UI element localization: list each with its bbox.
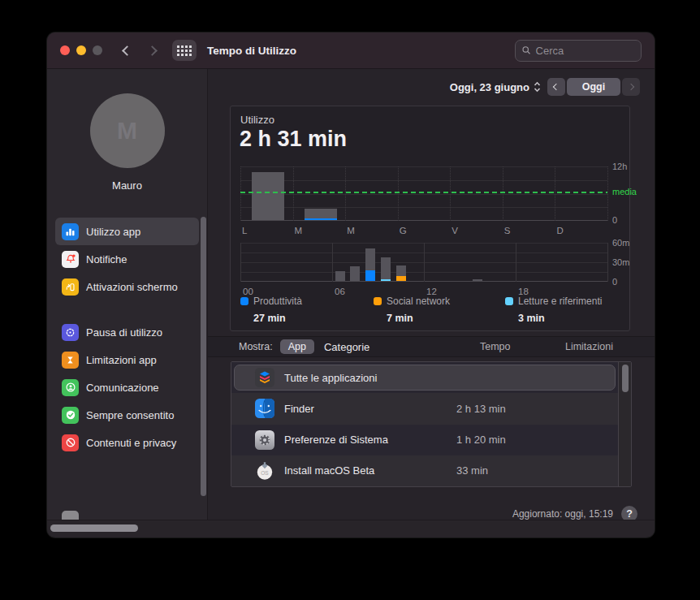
sidebar-group-gap xyxy=(55,300,199,318)
weekly-usage-bar[interactable] xyxy=(252,172,284,220)
chevron-right-icon xyxy=(628,84,634,90)
search-input[interactable] xyxy=(536,45,634,57)
minimize-window-button[interactable] xyxy=(76,45,86,55)
show-all-preferences-icon[interactable] xyxy=(172,40,197,61)
daily-usage-chart: 00061218 xyxy=(240,243,607,282)
weekly-usage-bar[interactable] xyxy=(305,209,337,220)
app-list-row[interactable]: Finder2 h 13 min xyxy=(231,393,618,424)
app-time: 1 h 20 min xyxy=(456,434,506,446)
list-scrollbar-track[interactable] xyxy=(618,362,631,486)
sidebar-item-label: Attivazioni schermo xyxy=(86,281,178,293)
previous-day-button[interactable] xyxy=(547,78,565,96)
pickups-icon xyxy=(62,278,79,296)
weekday-tick-label: V xyxy=(452,226,458,235)
titlebar: Tempo di Utilizzo xyxy=(47,32,655,69)
today-button[interactable]: Oggi xyxy=(567,78,620,96)
sidebar-item-pausa-di-utilizzo[interactable]: Pausa di utilizzo xyxy=(55,318,199,346)
hourly-bar-segment-altro xyxy=(335,271,345,281)
zoom-window-button[interactable] xyxy=(93,45,102,55)
usage-card: Utilizzo 2 h 31 min LMMGVSD 12h media 0 … xyxy=(230,106,630,331)
window-title: Tempo di Utilizzo xyxy=(207,45,296,57)
sidebar: M Mauro Utilizzo appNotificheAttivazioni… xyxy=(47,69,208,520)
legend-value: 7 min xyxy=(387,313,505,324)
forward-icon[interactable] xyxy=(147,45,158,56)
search-icon xyxy=(522,45,531,55)
sidebar-item-limitazioni-app[interactable]: Limitazioni app xyxy=(55,346,199,373)
back-icon[interactable] xyxy=(122,45,132,56)
hourly-bar-segment-altro xyxy=(473,279,482,281)
hourly-usage-bar[interactable] xyxy=(396,265,406,281)
legend-value: 27 min xyxy=(253,313,374,324)
content-privacy-icon xyxy=(62,434,79,451)
list-scrollbar-thumb[interactable] xyxy=(622,365,629,392)
hourly-bar-segment-altro xyxy=(381,257,391,278)
sidebar-item-contenuti-e-privacy[interactable]: Contenuti e privacy xyxy=(55,429,199,456)
svg-text:OS: OS xyxy=(261,469,269,475)
gridline-vertical xyxy=(607,166,608,221)
hourly-usage-bar[interactable] xyxy=(365,248,375,281)
date-picker[interactable]: Oggi, 23 giugno xyxy=(450,81,541,93)
gridline xyxy=(240,207,607,208)
app-list-row[interactable]: OSInstall macOS Beta33 min xyxy=(231,455,618,486)
weekly-axis-zero: 0 xyxy=(612,215,617,225)
sidebar-item-utilizzo-app[interactable]: Utilizzo app xyxy=(55,218,199,245)
gridline xyxy=(240,180,607,181)
legend-item: Letture e riferimenti3 min xyxy=(505,296,602,324)
sidebar-item-label: Limitazioni app xyxy=(86,354,157,366)
hourly-bar-segment-altro xyxy=(365,248,375,270)
system-prefs-icon xyxy=(254,429,275,451)
app-limits-icon xyxy=(62,352,79,369)
usage-label: Utilizzo xyxy=(240,114,274,126)
sidebar-item-comunicazione[interactable]: Comunicazione xyxy=(55,373,199,401)
weekday-tick-label: M xyxy=(295,226,303,235)
hourly-bar-segment-produttivita xyxy=(365,270,375,281)
chevron-up-down-icon xyxy=(534,81,541,93)
hourly-bar-segment-letture xyxy=(381,279,391,281)
close-window-button[interactable] xyxy=(60,45,70,55)
gridline-vertical xyxy=(555,166,555,221)
last-updated-text: Aggiornato: oggi, 15:19 xyxy=(512,508,613,520)
average-line-label: media xyxy=(612,187,637,196)
horizontal-scrollbar-track[interactable] xyxy=(47,520,655,537)
weekday-tick-label: D xyxy=(556,226,563,235)
hourly-usage-bar[interactable] xyxy=(473,279,482,281)
app-list-row[interactable]: Tutte le applicazioni xyxy=(231,362,618,393)
show-label: Mostra: xyxy=(239,341,273,352)
weekday-tick-label: L xyxy=(242,226,247,235)
gridline-vertical xyxy=(424,243,425,282)
screen-time-window: Tempo di Utilizzo M Mauro Utilizzo appNo… xyxy=(47,32,655,537)
install-beta-icon: OS xyxy=(254,460,275,481)
legend-item: Produttività27 min xyxy=(240,296,374,324)
gridline-vertical xyxy=(240,243,241,282)
average-usage-line xyxy=(240,192,607,193)
chevron-left-icon xyxy=(553,84,560,90)
sidebar-item-notifiche[interactable]: Notifiche xyxy=(55,245,199,273)
avatar: M xyxy=(90,93,165,168)
app-list-row[interactable]: Preferenze di Sistema1 h 20 min xyxy=(231,425,618,455)
always-allowed-icon xyxy=(62,407,79,424)
sidebar-item-label: Comunicazione xyxy=(86,382,159,394)
next-day-button[interactable] xyxy=(622,78,640,96)
traffic-lights xyxy=(60,45,102,55)
sidebar-item-label: Utilizzo app xyxy=(86,226,140,238)
search-field[interactable] xyxy=(515,40,642,62)
sidebar-item-sempre-consentito[interactable]: Sempre consentito xyxy=(55,401,199,429)
sidebar-item-label: Contenuti e privacy xyxy=(86,437,176,449)
show-option-app[interactable]: App xyxy=(280,339,314,354)
hourly-bar-segment-altro xyxy=(396,265,406,277)
hourly-usage-bar[interactable] xyxy=(350,266,360,281)
sidebar-vertical-scrollbar[interactable] xyxy=(201,217,206,496)
show-option-categories[interactable]: Categorie xyxy=(324,341,369,353)
legend-item: Social network7 min xyxy=(374,296,505,324)
sidebar-item-attivazioni-schermo[interactable]: Attivazioni schermo xyxy=(55,273,199,300)
horizontal-scrollbar-thumb[interactable] xyxy=(50,524,138,532)
downtime-icon xyxy=(62,324,79,341)
hourly-usage-bar[interactable] xyxy=(335,271,345,281)
weekday-tick-label: G xyxy=(400,226,407,235)
list-header-row: Mostra: App Categorie Tempo Limitazioni xyxy=(208,336,655,357)
app-name: Preferenze di Sistema xyxy=(284,434,388,446)
weekly-axis-max: 12h xyxy=(612,162,627,171)
hourly-usage-bar[interactable] xyxy=(381,257,391,281)
gridline-vertical xyxy=(607,243,608,282)
sidebar-item-label: Pausa di utilizzo xyxy=(86,326,162,339)
